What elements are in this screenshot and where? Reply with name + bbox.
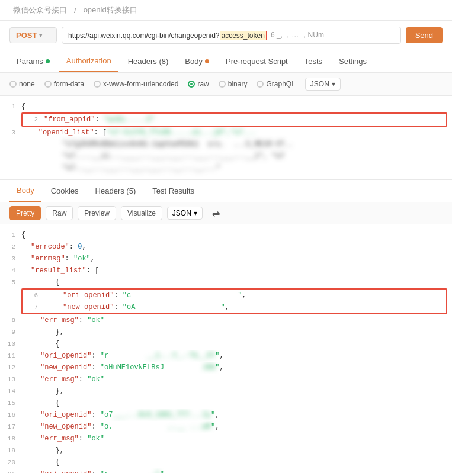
radio-form-data-circle (44, 81, 52, 88)
radio-binary[interactable]: binary (219, 80, 248, 88)
url-suffix: =6 _, ，… ，NUm (267, 30, 324, 40)
resp-line-7: 7 "new_openid": "oA ", (23, 301, 446, 313)
format-preview-btn[interactable]: Preview (78, 206, 116, 220)
resp-line-17: 17 "new_openid": "o. ,.__ ...wM", (0, 421, 452, 433)
resp-line-21: 21 "ori_openid": "r _1", (0, 468, 452, 473)
resp-line-2: 2 "errcode": 0, (0, 241, 452, 253)
body-type-bar: none form-data x-www-form-urlencoded raw… (0, 73, 452, 96)
req-line-2: 2 "from_appid": "wx0u.....3" (23, 114, 446, 126)
response-tab-body[interactable]: Body (9, 180, 41, 202)
resp-line-9: 9 }, (0, 326, 452, 338)
request-body-code: 1 { 2 "from_appid": "wx0u.....3" 3 "open… (0, 96, 452, 180)
url-prefix: https://api.weixin.qq.com/cgi-bin/change… (68, 31, 220, 40)
request-bar: POST ▾ https://api.weixin.qq.com/cgi-bin… (0, 21, 452, 50)
resp-line-11: 11 "ori_openid": "r __1...Y_.-Tk__XY", (0, 350, 452, 362)
tab-tests[interactable]: Tests (297, 51, 329, 72)
openid-highlight-box: 6 "ori_openid": "c ", 7 "new_openid": "o… (21, 288, 447, 314)
breadcrumb-part2: openid转换接口 (84, 5, 137, 15)
resp-line-1: 1 { (0, 229, 452, 241)
resp-line-3: 3 "errmsg": "ok", (0, 253, 452, 265)
resp-line-13: 13 "err_msg": "ok" (0, 374, 452, 385)
req-line-6: "o7..__...___...___.___...__...__..." (0, 162, 452, 174)
radio-binary-circle (219, 81, 226, 88)
resp-line-14: 14 }, (0, 385, 452, 397)
method-chevron-icon: ▾ (39, 32, 42, 38)
request-tab-bar: Params Authorization Headers (8) Body Pr… (0, 50, 452, 73)
resp-line-16: 16 "ori_openid": "o7___...0c9_1081_TT7..… (0, 409, 452, 421)
radio-none[interactable]: none (9, 80, 35, 88)
resp-line-8: 8 "err_msg": "ok" (0, 314, 452, 326)
breadcrumb: 微信公众号接口 / openid转换接口 (0, 0, 452, 21)
radio-form-data[interactable]: form-data (44, 80, 84, 88)
response-body-code: 1 { 2 "errcode": 0, 3 "errmsg": "ok", 4 … (0, 224, 452, 473)
tab-settings[interactable]: Settings (332, 51, 374, 72)
response-tab-bar: Body Cookies Headers (5) Test Results (0, 180, 452, 202)
radio-none-circle (9, 81, 17, 88)
resp-line-6: 6 "ori_openid": "c ", (23, 290, 446, 301)
radio-graphql-circle (257, 81, 264, 88)
breadcrumb-separator: / (74, 6, 76, 15)
tab-authorization[interactable]: Authorization (59, 50, 118, 72)
response-section: Body Cookies Headers (5) Test Results Pr… (0, 180, 452, 473)
tab-headers[interactable]: Headers (8) (121, 51, 176, 72)
resp-line-5: 5 { (0, 276, 452, 288)
json-chevron-icon: ▾ (332, 80, 335, 88)
response-tab-headers[interactable]: Headers (5) (88, 181, 143, 201)
resp-line-10: 10 { (0, 338, 452, 350)
response-json-select[interactable]: JSON ▾ (167, 207, 203, 220)
radio-graphql[interactable]: GraphQL (257, 80, 295, 88)
format-bar: Pretty Raw Preview Visualize JSON ▾ ⇌ (0, 202, 452, 224)
breadcrumb-part1: 微信公众号接口 (13, 5, 67, 15)
format-raw-btn[interactable]: Raw (46, 206, 73, 220)
req-line-1: 1 { (0, 101, 452, 112)
req-line-5: "o7....__il...____...___.___...___...___… (0, 150, 452, 162)
url-access-token-highlight: access_token (220, 31, 267, 40)
resp-line-4: 4 "result_list": [ (0, 265, 452, 276)
resp-line-20: 20 { (0, 456, 452, 468)
tab-body[interactable]: Body (178, 51, 216, 72)
method-select[interactable]: POST ▾ (9, 27, 57, 43)
resp-line-18: 18 "err_msg": "ok" (0, 433, 452, 445)
response-tab-test-results[interactable]: Test Results (145, 181, 201, 201)
format-pretty-btn[interactable]: Pretty (9, 206, 41, 220)
body-dot (205, 59, 209, 63)
send-button[interactable]: Send (406, 27, 443, 43)
req-line-3: 3 "openid_list": ["o7-CLCYG_TTc09.....o1… (0, 127, 452, 139)
tab-params[interactable]: Params (9, 51, 57, 72)
wrap-icon[interactable]: ⇌ (212, 208, 220, 219)
format-visualize-btn[interactable]: Visualize (121, 206, 162, 220)
from-appid-highlight-box: 2 "from_appid": "wx0u.....3" (21, 112, 447, 127)
method-label: POST (16, 31, 37, 40)
radio-urlencoded-circle (94, 81, 101, 88)
tab-pre-request[interactable]: Pre-request Script (219, 51, 295, 72)
resp-line-19: 19 }, (0, 445, 452, 456)
params-dot (46, 59, 50, 63)
radio-raw[interactable]: raw (188, 80, 209, 88)
radio-raw-circle (188, 81, 195, 88)
req-line-4: "o7g3h6Mv8Dm1ixv0xN1-1apVsePE0Ul o/u. ..… (0, 139, 452, 150)
resp-line-15: 15 { (0, 397, 452, 409)
json-select-chevron-icon: ▾ (194, 209, 197, 217)
resp-line-12: 12 "new_openid": "oHuNE1ovNELBsJ J0N", (0, 362, 452, 374)
response-tab-cookies[interactable]: Cookies (44, 181, 86, 201)
url-input[interactable]: https://api.weixin.qq.com/cgi-bin/change… (62, 27, 401, 44)
radio-urlencoded[interactable]: x-www-form-urlencoded (94, 80, 178, 88)
json-format-select[interactable]: JSON ▾ (305, 78, 341, 91)
